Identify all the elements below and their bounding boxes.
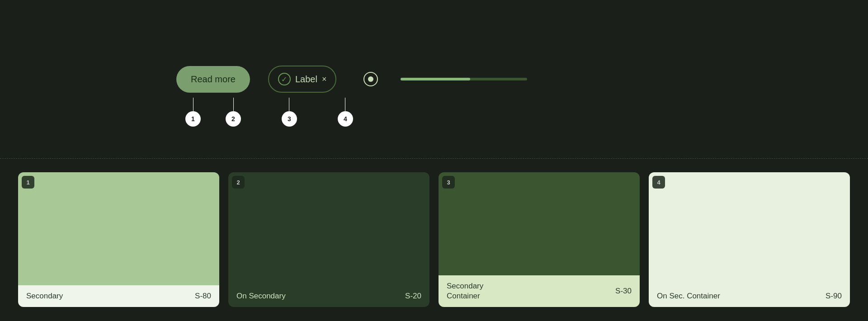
swatch-code-2: S-20 bbox=[405, 292, 421, 301]
chip-label: Label bbox=[295, 74, 317, 85]
swatch-card-1: 1 Secondary S-80 bbox=[18, 172, 219, 307]
swatch-code-4: S-90 bbox=[826, 292, 842, 301]
top-section: Read more 1 2 ✓ Label × 3 bbox=[0, 0, 868, 158]
swatch-bottom-2: On Secondary S-20 bbox=[228, 285, 429, 307]
annotation-line-2 bbox=[233, 98, 234, 111]
annotation-line-4 bbox=[345, 98, 345, 111]
swatch-bottom-3: Secondary Container S-30 bbox=[439, 275, 640, 307]
annotation-dot-2: 2 bbox=[226, 111, 241, 127]
annotation-4: 4 bbox=[338, 98, 353, 127]
swatch-card-3: 3 Secondary Container S-30 bbox=[439, 172, 640, 307]
swatch-card-4: 4 On Sec. Container S-90 bbox=[649, 172, 850, 307]
swatch-code-1: S-80 bbox=[195, 292, 211, 301]
annotation-dot-4: 4 bbox=[338, 111, 353, 127]
annotation-3: 3 bbox=[282, 98, 297, 127]
swatch-bottom-1: Secondary S-80 bbox=[18, 285, 219, 307]
chip-annotations: 3 4 bbox=[268, 98, 336, 127]
annotation-dot-1: 1 bbox=[185, 111, 201, 127]
check-icon: ✓ bbox=[278, 73, 291, 85]
swatch-label-3: Secondary Container bbox=[447, 282, 483, 301]
chip-area: ✓ Label × 3 4 bbox=[268, 66, 336, 93]
slider-fill bbox=[401, 78, 470, 80]
card-number-3: 3 bbox=[442, 176, 455, 189]
annotation-1: 1 bbox=[185, 98, 201, 127]
slider-track[interactable] bbox=[401, 78, 527, 80]
swatches-section: 1 Secondary S-80 2 On Secondary S-20 3 S… bbox=[0, 159, 868, 321]
swatch-card-2: 2 On Secondary S-20 bbox=[228, 172, 429, 307]
annotation-line-3 bbox=[289, 98, 289, 111]
card-number-4: 4 bbox=[652, 176, 665, 189]
radio-button[interactable] bbox=[363, 72, 378, 86]
close-icon[interactable]: × bbox=[322, 75, 327, 84]
card-number-1: 1 bbox=[22, 176, 34, 189]
swatch-top-2 bbox=[228, 172, 429, 285]
slider-container bbox=[401, 78, 527, 80]
swatch-bottom-4: On Sec. Container S-90 bbox=[649, 285, 850, 307]
swatch-label-2: On Secondary bbox=[236, 292, 286, 301]
button-annotations: 1 2 bbox=[176, 98, 250, 127]
label-chip[interactable]: ✓ Label × bbox=[268, 66, 336, 93]
read-more-button[interactable]: Read more bbox=[176, 66, 250, 93]
swatch-top-1 bbox=[18, 172, 219, 285]
annotation-2: 2 bbox=[226, 98, 241, 127]
swatch-label-1: Secondary bbox=[26, 292, 63, 301]
swatch-top-3 bbox=[439, 172, 640, 275]
swatch-top-4 bbox=[649, 172, 850, 285]
card-number-2: 2 bbox=[232, 176, 245, 189]
annotation-line-1 bbox=[193, 98, 193, 111]
radio-inner bbox=[368, 76, 373, 82]
annotation-dot-3: 3 bbox=[282, 111, 297, 127]
button-area: Read more 1 2 bbox=[176, 66, 250, 93]
swatch-code-3: S-30 bbox=[615, 287, 632, 296]
swatch-label-4: On Sec. Container bbox=[657, 292, 720, 301]
